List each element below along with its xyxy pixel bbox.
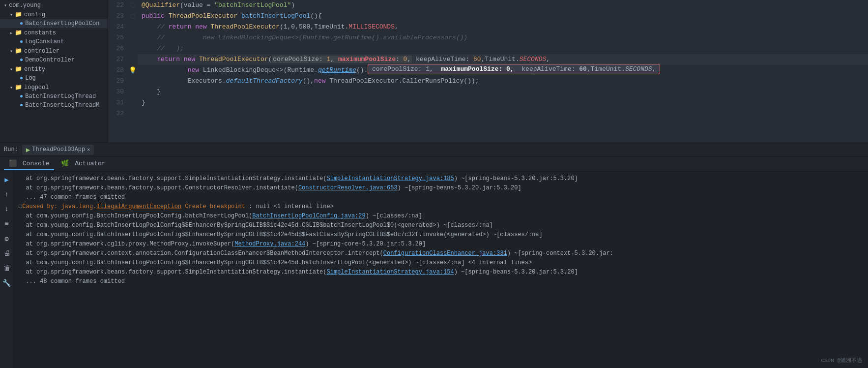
comment: // [157, 23, 168, 31]
editor: 22 23 24 25 26 27 28 29 30 31 32 💡 [108, 0, 868, 143]
sidebar-item-democontroller[interactable]: ● DemoController [0, 56, 108, 64]
plain-text: ThreadPoolExecutor.CallerRunsPolicy()); [325, 77, 479, 85]
breakpoint-30[interactable] [128, 87, 138, 97]
console-output[interactable]: at org.springframework.beans.factory.sup… [14, 171, 868, 368]
code-line-28: new LinkedBlockingDeque<>(Runtime.getRun… [138, 65, 868, 76]
line-number: 22 [108, 0, 124, 11]
console-link[interactable]: SimpleInstantiationStrategy.java:154 [327, 269, 454, 276]
breakpoint-29[interactable] [128, 76, 138, 87]
type: ThreadPoolExecutor [169, 12, 237, 20]
keyword: new [184, 56, 195, 63]
console-link[interactable]: ConfigurationClassEnhancer.java:331 [383, 250, 507, 257]
plain-text [142, 66, 188, 74]
breakpoint-27[interactable] [128, 54, 138, 65]
run-tab[interactable]: ▶ ThreadPool03App ✕ [22, 145, 94, 155]
sidebar-item-com-young[interactable]: com.young [0, 1, 108, 10]
keyword: new [188, 66, 199, 74]
breakpoint-22[interactable] [128, 0, 138, 11]
line-number: 26 [108, 43, 124, 54]
code-content[interactable]: @Qualifier(value = "batchInsertLogPool")… [138, 0, 868, 143]
line-numbers: 22 23 24 25 26 27 28 29 30 31 32 [108, 0, 128, 143]
plain-text: keepAliveTime: [412, 56, 473, 63]
sidebar-item-label: BatchInsertLogThreadM [25, 102, 99, 109]
code-line-24: // return new ThreadPoolExecutor(1,0,500… [138, 22, 868, 32]
code-line-26: // ); [138, 43, 868, 54]
wrench-button[interactable]: 🔧 [1, 277, 12, 288]
filter-button[interactable]: ≡ [1, 218, 12, 229]
folder-icon: 📁 [15, 47, 22, 55]
close-run-tab-button[interactable]: ✕ [87, 147, 90, 153]
console-line-9: at org.springframework.context.annotatio… [19, 249, 863, 258]
breakpoint-28[interactable]: 💡 [128, 65, 138, 76]
file-icon: ● [20, 93, 23, 100]
console-line-3: ... 47 common frames omitted [19, 193, 863, 202]
sidebar-item-controller[interactable]: 📁 controller [0, 46, 108, 56]
keyword: new [195, 23, 206, 31]
type: ThreadPoolExecutor [199, 56, 268, 63]
type: ThreadPoolExecutor [210, 23, 279, 31]
line-number: 25 [108, 32, 124, 43]
chevron-down-icon [10, 85, 13, 91]
file-icon: ● [20, 75, 23, 82]
file-icon: ● [20, 102, 23, 109]
lightbulb-icon[interactable]: 💡 [129, 66, 137, 74]
tab-actuator[interactable]: 🌿 Actuator [56, 157, 110, 170]
line-number: 29 [108, 76, 124, 87]
sidebar-item-batchinsertlogpoolcon[interactable]: ● BatchInsertLogPoolCon [0, 19, 108, 28]
console-link[interactable]: ConstructorResolver.java:653 [298, 184, 398, 191]
sidebar-item-label: Log [25, 75, 36, 82]
console-line-8: at org.springframework.cglib.proxy.Metho… [19, 240, 863, 249]
settings-button[interactable]: ⚙ [1, 233, 12, 244]
play-toolbar-button[interactable]: ▶ [1, 174, 12, 185]
plain-text: (1,0,500,TimeUnit. [280, 23, 348, 31]
plain-text [142, 23, 157, 31]
function: availableProcessors [368, 66, 440, 74]
sidebar-item-log[interactable]: ● Log [0, 74, 108, 83]
sidebar-item-logpool[interactable]: 📁 logpool [0, 83, 108, 92]
sidebar-item-batchinsertlogthread[interactable]: ● BatchInsertLogThread [0, 92, 108, 101]
line-number: 27 [108, 54, 124, 65]
console-link[interactable]: IllegalArgumentException [96, 203, 181, 210]
code-area: 22 23 24 25 26 27 28 29 30 31 32 💡 [108, 0, 868, 143]
file-icon: ● [20, 57, 23, 63]
function: batchInsertLogPool [241, 12, 310, 20]
sidebar-item-config[interactable]: 📁 config [0, 10, 108, 19]
sidebar-item-entity[interactable]: 📁 entity [0, 64, 108, 74]
breakpoint-26[interactable] [128, 43, 138, 54]
sidebar-item-logconstant[interactable]: ● LogConstant [0, 37, 108, 46]
plain-text: , [395, 23, 399, 31]
chevron-right-icon [10, 30, 13, 36]
tab-console[interactable]: ⬛ Console [4, 157, 54, 170]
console-link[interactable]: SimpleInstantiationStrategy.java:185 [327, 175, 454, 182]
console-link[interactable]: MethodProxy.java:244 [234, 241, 305, 247]
breakpoint-31[interactable] [128, 97, 138, 108]
console-line-7: at com.young.config.BatchInsertLogPoolCo… [19, 230, 863, 240]
panel-tabs: ⬛ Console 🌿 Actuator [0, 156, 868, 171]
code-line-32 [138, 108, 868, 119]
plain-text: (). [356, 66, 368, 74]
console-line-11: at org.springframework.beans.factory.sup… [19, 268, 863, 277]
breakpoint-32[interactable] [128, 108, 138, 119]
folder-icon: 📁 [15, 65, 22, 73]
delete-button[interactable]: 🗑 [1, 263, 12, 274]
print-button[interactable]: 🖨 [1, 248, 12, 259]
console-link[interactable]: BatchInsertLogPoolConfig.java:29 [252, 213, 365, 219]
keyword: new [314, 77, 325, 85]
constant: MILLISECONDS [348, 23, 395, 31]
breakpoint-24[interactable] [128, 22, 138, 32]
comment: // new LinkedBlockingDeque<>(Runtime.get… [142, 34, 467, 41]
sidebar-item-label: entity [24, 66, 45, 73]
comment: // ); [142, 45, 184, 52]
sidebar-item-batchinsertlogthreadm[interactable]: ● BatchInsertLogThreadM [0, 101, 108, 110]
chevron-down-icon [10, 12, 13, 18]
sidebar-item-constants[interactable]: 📁 constants [0, 28, 108, 37]
scroll-up-button[interactable]: ↑ [1, 189, 12, 200]
code-line-29: Executors.defaultThreadFactory(),new Thr… [138, 76, 868, 87]
breakpoint-25[interactable] [128, 32, 138, 43]
plain-text [195, 56, 199, 63]
scroll-down-button[interactable]: ↓ [1, 204, 12, 215]
plain-text [142, 56, 157, 63]
breakpoint-23[interactable] [128, 11, 138, 22]
run-label: Run: [4, 146, 18, 153]
plain-text: (), [303, 77, 314, 85]
